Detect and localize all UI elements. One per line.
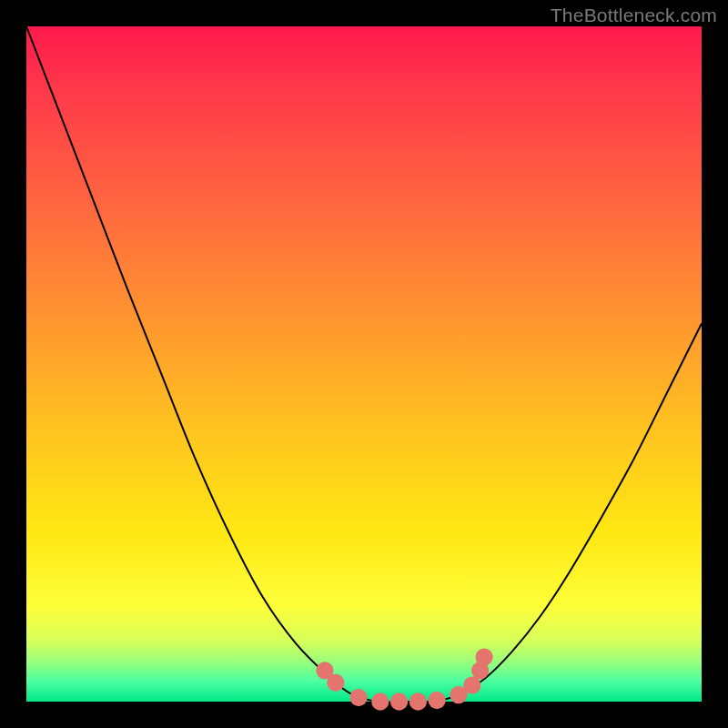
highlight-dot (475, 648, 492, 665)
highlight-dot (371, 693, 389, 710)
highlight-dots (316, 648, 492, 710)
curve-layer (26, 26, 702, 702)
bottleneck-curve (26, 26, 702, 703)
watermark-text: TheBottleneck.com (551, 5, 717, 26)
highlight-dot (463, 677, 480, 694)
highlight-dot (349, 689, 367, 706)
chart-frame: TheBottleneck.com (0, 0, 728, 728)
highlight-dot (428, 692, 445, 709)
highlight-dot (410, 693, 427, 710)
highlight-dot (390, 693, 408, 710)
highlight-dot (327, 674, 344, 692)
plot-area (26, 26, 702, 702)
